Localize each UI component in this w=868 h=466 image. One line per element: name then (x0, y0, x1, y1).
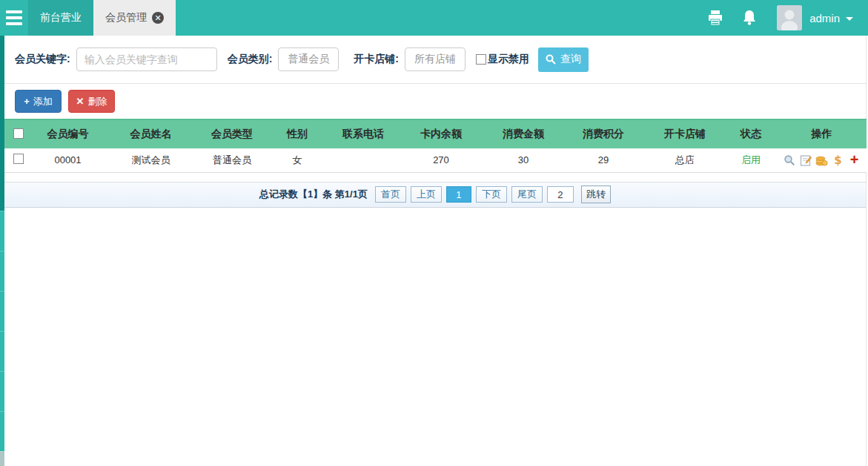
user-name[interactable]: admin (809, 12, 840, 24)
add-button[interactable]: + 添加 (15, 90, 62, 113)
delete-button-label: 删除 (87, 95, 107, 108)
show-disabled-label: 显示禁用 (488, 53, 529, 66)
select-all-checkbox[interactable] (13, 128, 24, 139)
members-table: 会员编号 会员姓名 会员类型 性别 联系电话 卡内余额 消费金额 消费积分 开卡… (4, 119, 867, 173)
page-jump-input[interactable] (547, 186, 574, 203)
col-gender: 性别 (265, 119, 329, 148)
col-shop: 开卡店铺 (645, 119, 725, 148)
show-disabled-checkbox[interactable]: 显示禁用 (476, 53, 529, 66)
add-points-icon[interactable]: + (848, 154, 861, 166)
cell-phone (329, 148, 397, 172)
cell-balance: 270 (397, 148, 485, 172)
col-status: 状态 (725, 119, 777, 148)
cell-member-no: 00001 (33, 148, 103, 172)
edit-icon[interactable] (799, 154, 812, 166)
toolbar: + 添加 ✕ 删除 (4, 84, 866, 119)
cell-points: 29 (562, 148, 645, 172)
search-button[interactable]: 查询 (538, 47, 589, 72)
tab-label: 会员管理 (105, 11, 147, 24)
tab-label: 前台营业 (40, 11, 82, 24)
search-button-label: 查询 (560, 53, 581, 66)
coins-icon[interactable] (815, 154, 828, 166)
current-page-button[interactable]: 1 (446, 186, 471, 203)
first-page-button[interactable]: 首页 (375, 186, 406, 203)
cell-member-type: 普通会员 (199, 148, 265, 172)
pagination-bar: 总记录数【1】条 第1/1页 首页 上页 1 下页 尾页 跳转 (4, 182, 866, 208)
member-type-label: 会员类别: (228, 53, 273, 66)
page-jump-button[interactable]: 跳转 (581, 186, 611, 203)
table-header-row: 会员编号 会员姓名 会员类型 性别 联系电话 卡内余额 消费金额 消费积分 开卡… (4, 119, 867, 148)
delete-button[interactable]: ✕ 删除 (68, 90, 115, 113)
add-button-label: 添加 (33, 95, 53, 108)
cell-member-name: 测试会员 (103, 148, 199, 172)
filter-bar: 会员关键字: 会员类别: 普通会员 开卡店铺: 所有店铺 显示禁用 查询 (4, 36, 866, 84)
col-phone: 联系电话 (329, 119, 397, 148)
keyword-label: 会员关键字: (15, 53, 70, 66)
topbar: 前台营业 会员管理 ✕ (0, 0, 868, 36)
chevron-down-icon[interactable] (846, 17, 853, 21)
x-icon: ✕ (76, 96, 85, 107)
next-page-button[interactable]: 下页 (476, 186, 507, 203)
menu-toggle-icon[interactable] (0, 0, 28, 36)
shop-label: 开卡店铺: (354, 53, 399, 66)
topbar-spacer (176, 0, 698, 36)
plus-icon: + (24, 96, 30, 107)
tab-front-desk[interactable]: 前台营业 (28, 0, 93, 36)
col-balance: 卡内余额 (397, 119, 485, 148)
cell-spent: 30 (485, 148, 562, 172)
shop-select[interactable]: 所有店铺 (405, 47, 466, 71)
search-icon (546, 54, 556, 65)
prev-page-button[interactable]: 上页 (411, 186, 442, 203)
checkbox-icon[interactable] (476, 54, 486, 65)
col-member-name: 会员姓名 (103, 119, 199, 148)
recharge-icon[interactable]: $ (832, 154, 844, 166)
avatar[interactable] (777, 5, 802, 30)
col-member-no: 会员编号 (33, 119, 103, 148)
tab-member-management[interactable]: 会员管理 ✕ (93, 0, 176, 36)
col-points: 消费积分 (562, 119, 645, 148)
printer-icon[interactable] (698, 10, 732, 25)
row-checkbox[interactable] (13, 154, 24, 164)
main-panel: 会员关键字: 会员类别: 普通会员 开卡店铺: 所有店铺 显示禁用 查询 + 添… (4, 36, 867, 466)
cell-gender: 女 (265, 148, 329, 172)
bell-icon[interactable] (732, 10, 766, 26)
pagination-summary: 总记录数【1】条 第1/1页 (259, 188, 368, 201)
keyword-input[interactable] (76, 47, 217, 71)
col-member-type: 会员类型 (199, 119, 265, 148)
tab-close-icon[interactable]: ✕ (152, 12, 164, 24)
cell-shop: 总店 (645, 148, 725, 172)
last-page-button[interactable]: 尾页 (511, 186, 543, 203)
view-icon[interactable] (783, 154, 795, 166)
member-type-select[interactable]: 普通会员 (278, 47, 339, 71)
status-badge: 启用 (725, 148, 777, 172)
col-spent: 消费金额 (485, 119, 562, 148)
col-actions: 操作 (777, 119, 867, 148)
table-row: 00001 测试会员 普通会员 女 270 30 29 总店 启用 (4, 148, 867, 172)
